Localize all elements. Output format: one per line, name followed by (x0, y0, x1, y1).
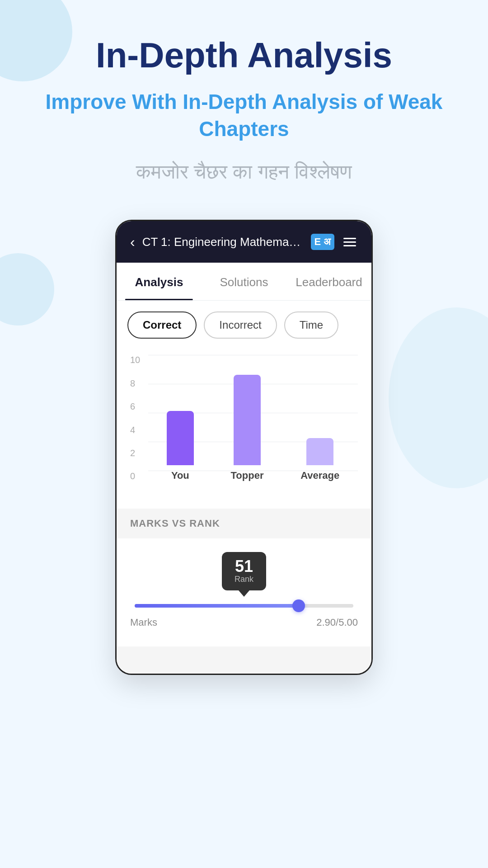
back-button[interactable]: ‹ (130, 235, 135, 249)
filter-pills: Correct Incorrect Time (117, 301, 371, 346)
bar-item-you: You (167, 411, 194, 481)
pill-correct[interactable]: Correct (127, 311, 197, 339)
y-label-2: 2 (130, 448, 140, 458)
marks-label: Marks (130, 617, 157, 628)
marks-rank-card: 51 Rank Marks 2.90/5.00 (117, 538, 371, 646)
pill-incorrect[interactable]: Incorrect (204, 311, 277, 339)
marks-row: Marks 2.90/5.00 (130, 617, 358, 628)
bars-group: You Topper Average (148, 355, 358, 481)
main-title: In-Depth Analysis (96, 36, 392, 75)
bar-average (306, 438, 333, 465)
bar-label-average: Average (300, 470, 339, 481)
y-label-6: 6 (130, 401, 140, 412)
book-icon: E अ (311, 234, 334, 250)
tab-leaderboard[interactable]: Leaderboard (286, 263, 371, 300)
bar-item-topper: Topper (231, 375, 264, 481)
slider-container (130, 604, 358, 608)
marks-value: 2.90/5.00 (316, 617, 358, 628)
pill-time[interactable]: Time (284, 311, 338, 339)
slider-thumb[interactable] (292, 599, 305, 612)
bar-topper (234, 375, 261, 465)
rank-number: 51 (235, 558, 253, 575)
phone-header: ‹ CT 1: Engineering Mathemati... E अ (117, 221, 371, 263)
menu-line-2 (343, 241, 356, 243)
phone-mockup: ‹ CT 1: Engineering Mathemati... E अ Ana… (115, 220, 373, 675)
bar-chart: 10 8 6 4 2 0 (130, 355, 358, 500)
rank-badge-container: 51 Rank (130, 552, 358, 590)
marks-vs-rank-title: MARKS VS RANK (117, 509, 371, 538)
bottom-section (117, 646, 371, 674)
menu-line-3 (343, 245, 356, 246)
chart-inner: You Topper Average (148, 355, 358, 500)
menu-line-1 (343, 238, 356, 239)
subtitle-en: Improve With In-Depth Analysis of Weak C… (27, 89, 461, 143)
y-label-10: 10 (130, 355, 140, 365)
slider-fill (135, 604, 299, 608)
y-label-4: 4 (130, 425, 140, 435)
tab-analysis[interactable]: Analysis (117, 263, 202, 300)
y-axis: 10 8 6 4 2 0 (130, 355, 140, 481)
bar-item-average: Average (300, 438, 339, 481)
chart-area: 10 8 6 4 2 0 (117, 346, 371, 509)
y-label-8: 8 (130, 378, 140, 389)
page-content: In-Depth Analysis Improve With In-Depth … (0, 0, 488, 702)
y-label-0: 0 (130, 471, 140, 481)
slider-track (135, 604, 353, 608)
tabs-bar: Analysis Solutions Leaderboard (117, 263, 371, 301)
header-title: CT 1: Engineering Mathemati... (142, 235, 304, 249)
tab-solutions[interactable]: Solutions (202, 263, 286, 300)
bar-label-you: You (171, 470, 189, 481)
rank-badge: 51 Rank (222, 552, 266, 590)
rank-label: Rank (235, 575, 253, 584)
menu-button[interactable] (342, 236, 358, 248)
subtitle-hi: कमजोर चैछर का गहन विश्लेषण (136, 160, 352, 184)
bar-label-topper: Topper (231, 470, 264, 481)
bar-you (167, 411, 194, 465)
